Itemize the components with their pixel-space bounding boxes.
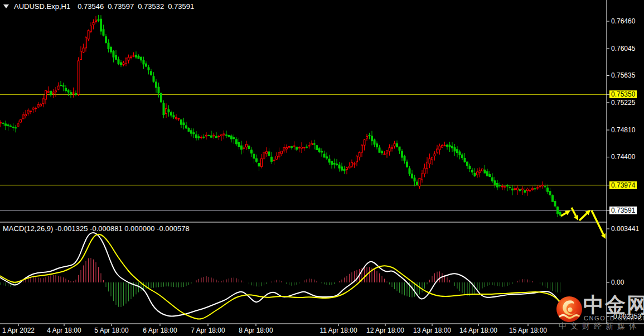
bull-candle [308,146,310,146]
price-axis-label: 0.76045 [611,45,635,52]
forecast-arrow-shaft[interactable] [572,208,576,216]
bear-candle [193,133,195,134]
bull-candle [45,91,47,99]
bear-candle [457,150,458,153]
bull-candle [93,22,94,25]
bear-candle [328,159,330,162]
macd-axis-label: 0.003441 [611,225,639,233]
bear-candle [454,147,456,151]
bull-candle [273,160,275,161]
bull-candle [213,135,215,136]
bear-candle [203,137,205,137]
bear-candle [494,181,496,185]
bear-candle [507,185,509,186]
bear-candle [113,51,114,57]
bear-candle [509,187,511,188]
forecast-arrow-shaft[interactable] [579,213,587,220]
bull-candle [391,148,393,149]
chevron-down-icon[interactable] [3,4,9,8]
bull-candle [40,104,42,106]
candles [0,15,561,218]
bear-candle [256,159,258,161]
bull-candle [47,92,49,93]
bear-candle [70,93,72,94]
bull-candle [303,147,305,148]
quote-low: 0.73532 [138,2,164,11]
bear-candle [118,60,119,64]
bear-candle [115,55,117,59]
bull-candle [537,188,539,188]
bull-candle [218,136,220,137]
bull-candle [286,148,288,149]
bear-candle [336,164,338,165]
bear-candle [343,169,345,171]
bull-candle [442,145,443,147]
bull-candle [364,140,365,145]
bear-candle [161,93,162,102]
bear-candle [251,150,253,153]
bull-candle [88,31,89,39]
bear-candle [173,116,175,117]
bear-candle [409,169,410,174]
bull-candle [346,168,348,170]
bear-candle [108,43,109,49]
bull-candle [394,143,395,146]
price-level-tag: 0.73974 [609,181,637,189]
bear-candle [492,177,493,181]
bear-candle [376,144,378,147]
bear-candle [248,146,250,148]
time-axis-label: 13 Apr 18:00 [413,327,451,334]
bear-candle [50,91,52,95]
chart-header: AUDUSD.Exp,H1 0.73546 0.73597 0.73532 0.… [3,2,194,11]
bull-candle [22,115,24,119]
bull-candle [482,169,483,171]
forecast-arrow-shaft[interactable] [561,213,566,216]
bull-candle [283,147,285,151]
bear-candle [188,128,190,131]
bear-candle [100,19,102,31]
bull-candle [128,57,129,60]
time-axis-label: 15 Apr 18:00 [509,327,547,334]
bull-candle [133,56,134,56]
bear-candle [238,142,240,147]
bull-candle [522,189,524,190]
cngold-domain-text: CNGOLD.COM.CN [584,315,644,321]
bull-candle [25,114,27,116]
quote-high: 0.73597 [108,2,134,11]
bull-candle [221,135,222,136]
cngold-watermark: 中金网 CNGOLD.COM.CN 中文财经新媒体 [555,292,644,336]
bear-candle [497,183,498,187]
bull-candle [434,154,435,156]
bull-candle [356,156,358,162]
bear-candle [135,55,137,57]
bear-candle [62,85,64,86]
bull-candle [301,147,303,148]
bear-candle [2,123,4,123]
time-axis-label: 14 Apr 18:00 [459,327,497,334]
bear-candle [65,88,67,90]
bull-candle [42,99,44,104]
bear-candle [557,207,559,214]
bull-candle [359,152,360,157]
price-macd-chart[interactable] [0,0,644,336]
bull-candle [261,159,263,166]
bear-candle [321,151,323,152]
macd-indicator-label: MACD(12,26,9) -0.001325 -0.000881 0.0000… [3,224,190,233]
bear-candle [143,60,144,64]
bear-candle [120,63,122,65]
bull-candle [293,146,295,146]
bear-candle [417,182,418,185]
bull-candle [419,178,420,186]
bear-candle [331,161,333,165]
bear-candle [60,85,62,86]
price-axis-label: 0.76460 [611,17,635,25]
bear-candle [374,140,375,144]
price-axis-label: 0.74400 [611,153,635,161]
bear-candle [7,125,9,126]
bull-candle [52,92,54,94]
macd-histogram [1,258,560,307]
bear-candle [231,136,233,139]
bear-candle [191,131,192,133]
bear-candle [524,190,526,192]
bear-candle [404,156,405,160]
